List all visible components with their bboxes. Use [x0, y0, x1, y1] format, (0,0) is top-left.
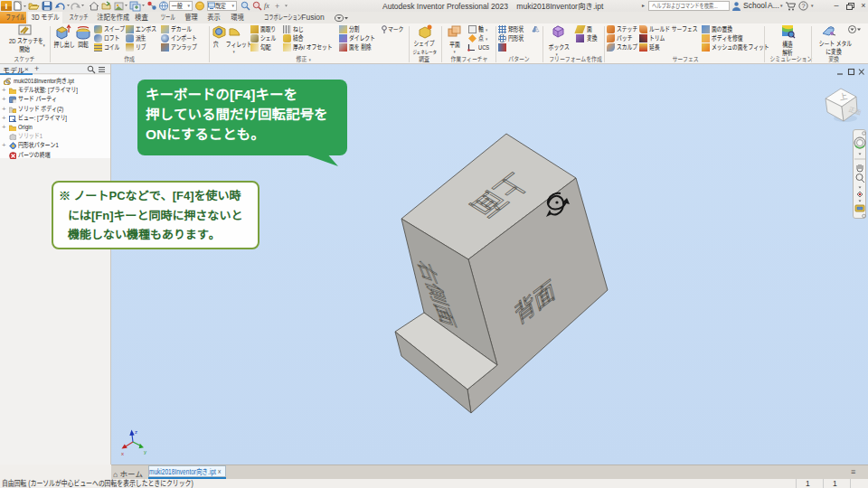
svg-text:?: ?: [801, 2, 805, 10]
svg-text:z: z: [135, 429, 137, 435]
svg-text:+: +: [275, 2, 279, 11]
svg-text:fx: fx: [264, 2, 269, 10]
svg-text:I: I: [5, 2, 8, 11]
svg-text:x: x: [121, 451, 124, 456]
svg-text:y: y: [144, 449, 146, 455]
